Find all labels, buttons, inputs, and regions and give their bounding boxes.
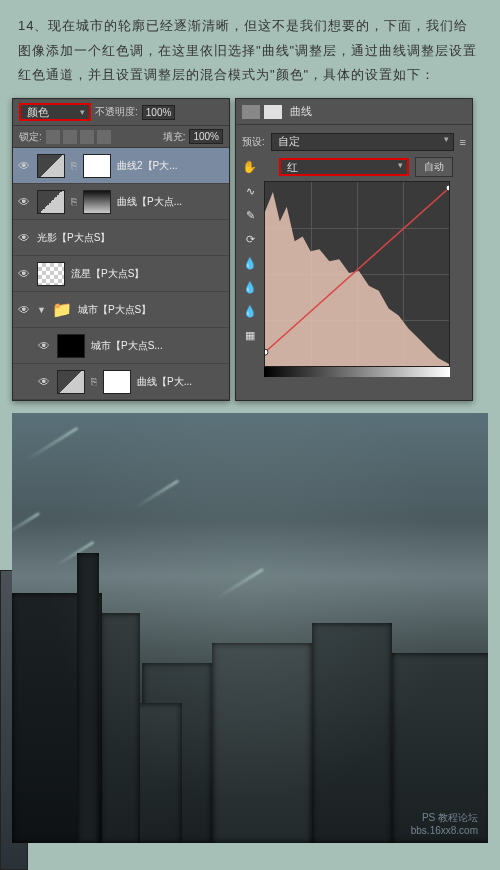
layers-list: 👁 ⎘ 曲线2【P大... 👁 ⎘ 曲线【P大点... 👁 光影【P大点S】 👁: [13, 148, 229, 400]
eyedropper-black-icon[interactable]: 💧: [242, 257, 258, 273]
link-icon[interactable]: ⎘: [91, 376, 97, 387]
visibility-icon[interactable]: 👁: [17, 231, 31, 245]
preset-select[interactable]: 自定: [271, 133, 454, 151]
lock-row: 锁定: 填充: 100%: [13, 126, 229, 148]
blend-mode-row: 颜色 不透明度: 100%: [13, 99, 229, 126]
layer-row[interactable]: 👁 流星【P大点S】: [13, 256, 229, 292]
layer-name: 曲线2【P大...: [117, 159, 178, 173]
clip-icon[interactable]: ▦: [242, 329, 258, 345]
svg-point-1: [265, 349, 268, 355]
layer-thumb[interactable]: [37, 154, 65, 178]
curves-histogram[interactable]: [264, 181, 450, 367]
layer-name: 流星【P大点S】: [71, 267, 144, 281]
folder-icon: 📁: [52, 300, 72, 319]
lock-all-icon[interactable]: [97, 130, 111, 144]
preview-image: PS 教程论坛 bbs.16xx8.com: [12, 413, 488, 843]
curves-area: ∿ ✎ ⟳ 💧 💧 💧 ▦: [242, 181, 466, 367]
curve-tool-icon[interactable]: ∿: [242, 185, 258, 201]
lock-transparent-icon[interactable]: [46, 130, 60, 144]
layers-panel: 颜色 不透明度: 100% 锁定: 填充: 100% 👁 ⎘ 曲线2【P大...: [12, 98, 230, 401]
smooth-tool-icon[interactable]: ⟳: [242, 233, 258, 249]
layer-name: 光影【P大点S】: [37, 231, 110, 245]
svg-point-2: [446, 185, 449, 191]
panel-title: 曲线: [290, 104, 312, 119]
channel-row: ✋ 红 自动: [242, 153, 466, 181]
layer-folder-row[interactable]: 👁 ▼ 📁 城市【P大点S】: [13, 292, 229, 328]
link-icon[interactable]: ⎘: [71, 160, 77, 171]
channel-select[interactable]: 红: [279, 158, 409, 176]
link-icon[interactable]: ⎘: [71, 196, 77, 207]
layer-thumb[interactable]: [57, 370, 85, 394]
curve-tools: ∿ ✎ ⟳ 💧 💧 💧 ▦: [242, 181, 260, 367]
blend-mode-select[interactable]: 颜色: [19, 103, 91, 121]
mask-thumb[interactable]: [83, 190, 111, 214]
layer-name: 曲线【P大点...: [117, 195, 182, 209]
pencil-tool-icon[interactable]: ✎: [242, 209, 258, 225]
layer-row[interactable]: 👁 城市【P大点S...: [13, 328, 229, 364]
preset-menu-icon[interactable]: ≡: [460, 136, 466, 148]
layer-thumb[interactable]: [37, 190, 65, 214]
visibility-icon[interactable]: 👁: [17, 303, 31, 317]
opacity-label: 不透明度:: [95, 105, 138, 119]
preset-label: 预设:: [242, 135, 265, 149]
eyedropper-white-icon[interactable]: 💧: [242, 305, 258, 321]
input-ramp[interactable]: [264, 367, 450, 377]
visibility-icon[interactable]: 👁: [37, 339, 51, 353]
lock-paint-icon[interactable]: [63, 130, 77, 144]
mask-icon: [264, 105, 282, 119]
panels-container: 颜色 不透明度: 100% 锁定: 填充: 100% 👁 ⎘ 曲线2【P大...: [0, 98, 500, 401]
haze-overlay: [12, 413, 488, 843]
auto-button[interactable]: 自动: [415, 157, 453, 177]
visibility-icon[interactable]: 👁: [17, 267, 31, 281]
layer-row[interactable]: 👁 ⎘ 曲线【P大点...: [13, 184, 229, 220]
visibility-icon[interactable]: 👁: [17, 195, 31, 209]
hand-icon[interactable]: ✋: [242, 160, 257, 174]
layer-name: 城市【P大点S】: [78, 303, 151, 317]
lock-icons: [46, 130, 111, 144]
curves-panel: 曲线 预设: 自定 ≡ ✋ 红 自动 ∿ ✎ ⟳ 💧 💧 💧: [235, 98, 473, 401]
mask-thumb[interactable]: [57, 334, 85, 358]
curve-line: [265, 182, 449, 366]
curves-panel-header: 曲线: [236, 99, 472, 125]
curves-body: 预设: 自定 ≡ ✋ 红 自动 ∿ ✎ ⟳ 💧 💧 💧 ▦: [236, 125, 472, 383]
layer-thumb[interactable]: [37, 262, 65, 286]
layer-row[interactable]: 👁 光影【P大点S】: [13, 220, 229, 256]
lock-position-icon[interactable]: [80, 130, 94, 144]
mask-thumb[interactable]: [83, 154, 111, 178]
fill-value[interactable]: 100%: [189, 129, 223, 144]
watermark: PS 教程论坛 bbs.16xx8.com: [411, 811, 478, 837]
tutorial-step-text: 14、现在城市的轮廓已经逐渐清晰，但这不是我们想要的，下面，我们给图像添加一个红…: [0, 0, 500, 98]
layer-name: 城市【P大点S...: [91, 339, 163, 353]
visibility-icon[interactable]: 👁: [37, 375, 51, 389]
layer-row[interactable]: 👁 ⎘ 曲线【P大...: [13, 364, 229, 400]
fill-label: 填充:: [163, 130, 186, 144]
mask-thumb[interactable]: [103, 370, 131, 394]
visibility-icon[interactable]: 👁: [17, 159, 31, 173]
lock-label: 锁定:: [19, 130, 42, 144]
layer-row[interactable]: 👁 ⎘ 曲线2【P大...: [13, 148, 229, 184]
svg-line-0: [265, 188, 449, 352]
opacity-value[interactable]: 100%: [142, 105, 176, 120]
layer-name: 曲线【P大...: [137, 375, 192, 389]
eyedropper-gray-icon[interactable]: 💧: [242, 281, 258, 297]
adjustment-icon: [242, 105, 260, 119]
preset-row: 预设: 自定 ≡: [242, 131, 466, 153]
folder-arrow-icon[interactable]: ▼: [37, 305, 46, 315]
